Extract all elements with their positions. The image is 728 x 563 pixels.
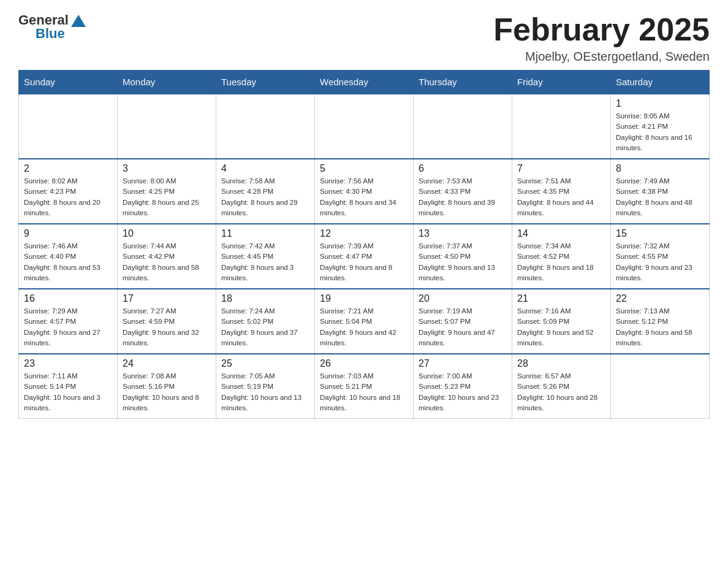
day-info: Sunrise: 6:57 AM Sunset: 5:26 PM Dayligh… <box>517 371 605 413</box>
calendar-cell: 15Sunrise: 7:32 AM Sunset: 4:55 PM Dayli… <box>611 224 710 289</box>
calendar-week-row: 9Sunrise: 7:46 AM Sunset: 4:40 PM Daylig… <box>19 224 710 289</box>
day-number: 14 <box>517 228 605 239</box>
day-info: Sunrise: 7:32 AM Sunset: 4:55 PM Dayligh… <box>616 241 704 283</box>
calendar-week-row: 23Sunrise: 7:11 AM Sunset: 5:14 PM Dayli… <box>19 354 710 419</box>
calendar-cell <box>414 94 512 159</box>
day-number: 12 <box>320 228 408 239</box>
calendar-cell: 9Sunrise: 7:46 AM Sunset: 4:40 PM Daylig… <box>19 224 118 289</box>
day-info: Sunrise: 8:05 AM Sunset: 4:21 PM Dayligh… <box>616 111 704 153</box>
day-info: Sunrise: 7:56 AM Sunset: 4:30 PM Dayligh… <box>320 176 408 218</box>
calendar-cell: 2Sunrise: 8:02 AM Sunset: 4:23 PM Daylig… <box>19 159 118 224</box>
calendar-table: SundayMondayTuesdayWednesdayThursdayFrid… <box>18 70 710 419</box>
day-info: Sunrise: 7:08 AM Sunset: 5:16 PM Dayligh… <box>123 371 211 413</box>
day-info: Sunrise: 7:21 AM Sunset: 5:04 PM Dayligh… <box>320 306 408 348</box>
day-number: 23 <box>24 358 112 369</box>
day-number: 15 <box>616 228 704 239</box>
calendar-cell: 23Sunrise: 7:11 AM Sunset: 5:14 PM Dayli… <box>19 354 118 419</box>
day-info: Sunrise: 7:24 AM Sunset: 5:02 PM Dayligh… <box>221 306 309 348</box>
day-number: 7 <box>517 163 605 174</box>
day-number: 25 <box>221 358 309 369</box>
calendar-week-row: 16Sunrise: 7:29 AM Sunset: 4:57 PM Dayli… <box>19 289 710 354</box>
calendar-cell: 27Sunrise: 7:00 AM Sunset: 5:23 PM Dayli… <box>414 354 512 419</box>
calendar-cell: 16Sunrise: 7:29 AM Sunset: 4:57 PM Dayli… <box>19 289 118 354</box>
calendar-cell <box>118 94 216 159</box>
calendar-header-monday: Monday <box>118 71 216 94</box>
calendar-week-row: 2Sunrise: 8:02 AM Sunset: 4:23 PM Daylig… <box>19 159 710 224</box>
day-number: 21 <box>517 293 605 304</box>
calendar-cell: 14Sunrise: 7:34 AM Sunset: 4:52 PM Dayli… <box>512 224 611 289</box>
calendar-header-tuesday: Tuesday <box>216 71 315 94</box>
calendar-cell: 17Sunrise: 7:27 AM Sunset: 4:59 PM Dayli… <box>118 289 216 354</box>
day-number: 28 <box>517 358 605 369</box>
day-number: 1 <box>616 98 704 109</box>
calendar-cell: 25Sunrise: 7:05 AM Sunset: 5:19 PM Dayli… <box>216 354 315 419</box>
day-info: Sunrise: 7:51 AM Sunset: 4:35 PM Dayligh… <box>517 176 605 218</box>
logo: General Blue <box>18 12 86 42</box>
day-number: 5 <box>320 163 408 174</box>
day-number: 16 <box>24 293 112 304</box>
calendar-cell: 18Sunrise: 7:24 AM Sunset: 5:02 PM Dayli… <box>216 289 315 354</box>
day-info: Sunrise: 7:58 AM Sunset: 4:28 PM Dayligh… <box>221 176 309 218</box>
page-header: General Blue February 2025 Mjoelby, OEst… <box>18 12 710 64</box>
calendar-cell: 10Sunrise: 7:44 AM Sunset: 4:42 PM Dayli… <box>118 224 216 289</box>
calendar-header-friday: Friday <box>512 71 611 94</box>
month-title: February 2025 <box>493 12 710 47</box>
day-number: 27 <box>419 358 507 369</box>
day-info: Sunrise: 8:02 AM Sunset: 4:23 PM Dayligh… <box>24 176 112 218</box>
calendar-cell: 12Sunrise: 7:39 AM Sunset: 4:47 PM Dayli… <box>315 224 414 289</box>
day-number: 3 <box>123 163 211 174</box>
calendar-cell: 6Sunrise: 7:53 AM Sunset: 4:33 PM Daylig… <box>414 159 512 224</box>
day-number: 19 <box>320 293 408 304</box>
location: Mjoelby, OEstergoetland, Sweden <box>493 50 710 64</box>
calendar-cell: 4Sunrise: 7:58 AM Sunset: 4:28 PM Daylig… <box>216 159 315 224</box>
calendar-header-thursday: Thursday <box>414 71 512 94</box>
calendar-cell: 5Sunrise: 7:56 AM Sunset: 4:30 PM Daylig… <box>315 159 414 224</box>
calendar-cell: 3Sunrise: 8:00 AM Sunset: 4:25 PM Daylig… <box>118 159 216 224</box>
day-number: 18 <box>221 293 309 304</box>
calendar-cell: 21Sunrise: 7:16 AM Sunset: 5:09 PM Dayli… <box>512 289 611 354</box>
calendar-cell: 1Sunrise: 8:05 AM Sunset: 4:21 PM Daylig… <box>611 94 710 159</box>
calendar-cell <box>19 94 118 159</box>
calendar-cell <box>611 354 710 419</box>
calendar-header-saturday: Saturday <box>611 71 710 94</box>
day-number: 6 <box>419 163 507 174</box>
day-info: Sunrise: 7:19 AM Sunset: 5:07 PM Dayligh… <box>419 306 507 348</box>
calendar-cell: 28Sunrise: 6:57 AM Sunset: 5:26 PM Dayli… <box>512 354 611 419</box>
day-number: 2 <box>24 163 112 174</box>
day-info: Sunrise: 7:39 AM Sunset: 4:47 PM Dayligh… <box>320 241 408 283</box>
day-info: Sunrise: 7:49 AM Sunset: 4:38 PM Dayligh… <box>616 176 704 218</box>
calendar-cell: 7Sunrise: 7:51 AM Sunset: 4:35 PM Daylig… <box>512 159 611 224</box>
day-info: Sunrise: 7:03 AM Sunset: 5:21 PM Dayligh… <box>320 371 408 413</box>
day-info: Sunrise: 7:13 AM Sunset: 5:12 PM Dayligh… <box>616 306 704 348</box>
logo-blue: Blue <box>36 26 65 42</box>
day-info: Sunrise: 7:11 AM Sunset: 5:14 PM Dayligh… <box>24 371 112 413</box>
day-info: Sunrise: 7:16 AM Sunset: 5:09 PM Dayligh… <box>517 306 605 348</box>
logo-triangle-icon <box>71 15 86 27</box>
day-info: Sunrise: 7:44 AM Sunset: 4:42 PM Dayligh… <box>123 241 211 283</box>
calendar-cell: 24Sunrise: 7:08 AM Sunset: 5:16 PM Dayli… <box>118 354 216 419</box>
day-info: Sunrise: 7:29 AM Sunset: 4:57 PM Dayligh… <box>24 306 112 348</box>
day-info: Sunrise: 8:00 AM Sunset: 4:25 PM Dayligh… <box>123 176 211 218</box>
calendar-cell: 22Sunrise: 7:13 AM Sunset: 5:12 PM Dayli… <box>611 289 710 354</box>
day-number: 26 <box>320 358 408 369</box>
calendar-week-row: 1Sunrise: 8:05 AM Sunset: 4:21 PM Daylig… <box>19 94 710 159</box>
day-info: Sunrise: 7:37 AM Sunset: 4:50 PM Dayligh… <box>419 241 507 283</box>
day-number: 8 <box>616 163 704 174</box>
calendar-header-sunday: Sunday <box>19 71 118 94</box>
day-info: Sunrise: 7:53 AM Sunset: 4:33 PM Dayligh… <box>419 176 507 218</box>
day-number: 9 <box>24 228 112 239</box>
day-number: 20 <box>419 293 507 304</box>
calendar-header-row: SundayMondayTuesdayWednesdayThursdayFrid… <box>19 71 710 94</box>
day-number: 22 <box>616 293 704 304</box>
day-number: 4 <box>221 163 309 174</box>
day-info: Sunrise: 7:05 AM Sunset: 5:19 PM Dayligh… <box>221 371 309 413</box>
day-number: 17 <box>123 293 211 304</box>
day-info: Sunrise: 7:46 AM Sunset: 4:40 PM Dayligh… <box>24 241 112 283</box>
calendar-cell <box>512 94 611 159</box>
day-number: 11 <box>221 228 309 239</box>
day-info: Sunrise: 7:34 AM Sunset: 4:52 PM Dayligh… <box>517 241 605 283</box>
day-number: 24 <box>123 358 211 369</box>
calendar-cell: 11Sunrise: 7:42 AM Sunset: 4:45 PM Dayli… <box>216 224 315 289</box>
day-number: 13 <box>419 228 507 239</box>
day-info: Sunrise: 7:27 AM Sunset: 4:59 PM Dayligh… <box>123 306 211 348</box>
